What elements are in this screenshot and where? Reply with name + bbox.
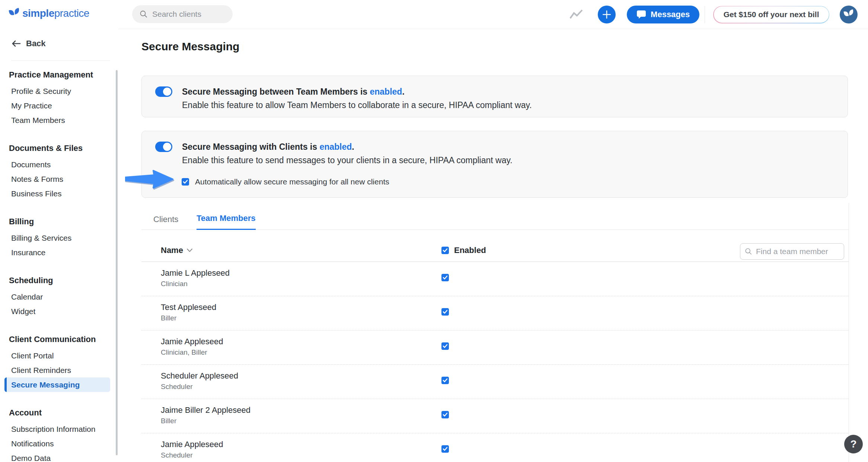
settings-nav: Practice ManagementProfile & SecurityMy …	[0, 67, 118, 462]
member-name: Test Appleseed	[161, 302, 216, 313]
check-icon	[443, 344, 448, 349]
member-name: Jamie Appleseed	[161, 439, 223, 450]
sidebar-item-my-practice[interactable]: My Practice	[0, 98, 118, 113]
enabled-header-label: Enabled	[454, 246, 486, 255]
secure-messaging-settings-page: simplepractice Back Practice ManagementP…	[0, 0, 868, 462]
back-button[interactable]: Back	[11, 39, 46, 48]
member-identity: Jamie AppleseedClinician, Biller	[161, 336, 223, 357]
sidebar-divider	[11, 60, 110, 61]
member-enabled-checkbox[interactable]	[441, 342, 449, 350]
auto-allow-label: Automatically allow secure messaging for…	[195, 177, 389, 186]
help-button[interactable]: ?	[844, 435, 863, 453]
sidebar-item-profile-security[interactable]: Profile & Security	[0, 84, 118, 98]
search-clients-field[interactable]	[152, 10, 223, 19]
search-icon	[140, 10, 148, 18]
trend-line-icon[interactable]	[569, 9, 583, 20]
member-enabled-checkbox[interactable]	[441, 445, 449, 453]
back-label: Back	[26, 39, 46, 48]
topbar: Messages Get $150 off your next bill	[118, 0, 868, 29]
search-clients-input[interactable]	[132, 5, 233, 23]
member-enabled-checkbox[interactable]	[441, 274, 449, 281]
sidebar-item-widget[interactable]: Widget	[0, 304, 118, 319]
member-role: Scheduler	[161, 382, 238, 392]
sidebar-item-business-files[interactable]: Business Files	[0, 186, 118, 201]
sidebar-section: AccountSubscription InformationNotificat…	[0, 405, 118, 462]
enabled-link[interactable]: enabled	[319, 142, 352, 152]
sidebar-item-secure-messaging[interactable]: Secure Messaging	[4, 377, 110, 392]
butterfly-logo-icon	[8, 7, 20, 19]
member-identity: Jamie L AppleseedClinician	[161, 268, 230, 289]
member-enabled-checkbox[interactable]	[441, 411, 449, 418]
sidebar-section-title: Billing	[0, 214, 118, 229]
sidebar-section-title: Account	[0, 405, 118, 420]
table-row: Scheduler AppleseedScheduler	[141, 365, 849, 399]
topbar-divider	[705, 6, 705, 23]
member-role: Clinician, Biller	[161, 348, 223, 357]
sidebar-section: Practice ManagementProfile & SecurityMy …	[0, 67, 118, 127]
sidebar-item-calendar[interactable]: Calendar	[0, 289, 118, 304]
member-identity: Jaime Biller 2 AppleseedBiller	[161, 405, 250, 426]
find-team-member-search[interactable]	[740, 243, 844, 260]
client-messaging-status: Secure Messaging with Clients is enabled…	[182, 140, 513, 154]
messages-button[interactable]: Messages	[627, 6, 699, 23]
sidebar-section: Documents & FilesDocumentsNotes & FormsB…	[0, 141, 118, 201]
enable-all-checkbox[interactable]	[441, 247, 449, 254]
sidebar-item-notes-forms[interactable]: Notes & Forms	[0, 172, 118, 186]
check-icon	[443, 309, 448, 314]
create-new-button[interactable]	[598, 6, 616, 23]
arrow-left-icon	[11, 40, 21, 47]
client-messaging-card: Secure Messaging with Clients is enabled…	[141, 131, 848, 198]
tab-team-members[interactable]: Team Members	[197, 213, 256, 230]
team-member-list: Jamie L AppleseedClinicianTest Appleseed…	[141, 262, 849, 462]
sidebar-item-client-reminders[interactable]: Client Reminders	[0, 363, 118, 377]
member-identity: Test AppleseedBiller	[161, 302, 216, 323]
sidebar-section-title: Scheduling	[0, 273, 118, 288]
settings-sidebar: simplepractice Back Practice ManagementP…	[0, 0, 118, 462]
sidebar-item-documents[interactable]: Documents	[0, 157, 118, 172]
find-team-member-field[interactable]	[740, 243, 844, 260]
check-icon	[443, 248, 448, 253]
team-messaging-card: Secure Messaging between Team Members is…	[141, 76, 848, 117]
search-icon	[745, 248, 752, 255]
client-messaging-toggle[interactable]	[155, 142, 172, 152]
team-messaging-status: Secure Messaging between Team Members is…	[182, 85, 532, 98]
member-name: Scheduler Appleseed	[161, 370, 238, 382]
team-messaging-toggle[interactable]	[155, 86, 172, 97]
enabled-link[interactable]: enabled	[370, 87, 402, 96]
auto-allow-checkbox[interactable]	[182, 178, 189, 186]
check-icon	[443, 412, 448, 417]
topbar-actions: Messages Get $150 off your next bill	[569, 0, 858, 29]
promo-label: Get $150 off your next bill	[714, 6, 829, 23]
page-title: Secure Messaging	[141, 40, 239, 53]
team-messaging-description: Enable this feature to allow Team Member…	[182, 98, 532, 112]
sidebar-item-notifications[interactable]: Notifications	[0, 436, 118, 451]
table-row: Jamie L AppleseedClinician	[141, 262, 849, 296]
name-column-header[interactable]: Name	[161, 238, 192, 262]
sidebar-item-client-portal[interactable]: Client Portal	[0, 348, 118, 363]
member-enabled-checkbox[interactable]	[441, 377, 449, 384]
plus-icon	[602, 10, 612, 19]
member-identity: Jamie AppleseedScheduler	[161, 439, 223, 460]
account-avatar[interactable]	[840, 6, 858, 23]
tab-clients[interactable]: Clients	[153, 215, 178, 230]
sidebar-scrollbar[interactable]	[116, 70, 118, 455]
sidebar-section-title: Practice Management	[0, 67, 118, 82]
check-icon	[443, 446, 448, 452]
member-enabled-checkbox[interactable]	[441, 308, 449, 316]
table-row: Test AppleseedBiller	[141, 296, 849, 330]
brand-name: simplepractice	[22, 7, 89, 19]
sidebar-item-billing-services[interactable]: Billing & Services	[0, 231, 118, 245]
sidebar-item-subscription-information[interactable]: Subscription Information	[0, 422, 118, 436]
promo-button[interactable]: Get $150 off your next bill	[713, 6, 829, 23]
sidebar-item-demo-data[interactable]: Demo Data	[0, 451, 118, 462]
table-row: Jaime Biller 2 AppleseedBiller	[141, 399, 849, 433]
sidebar-section-title: Documents & Files	[0, 141, 118, 155]
member-name: Jaime Biller 2 Appleseed	[161, 405, 250, 416]
messages-label: Messages	[651, 10, 690, 19]
member-name: Jamie Appleseed	[161, 336, 223, 347]
auto-allow-row: Automatically allow secure messaging for…	[182, 177, 389, 186]
brand-logo[interactable]: simplepractice	[8, 7, 89, 19]
sidebar-item-insurance[interactable]: Insurance	[0, 245, 118, 260]
sidebar-section: SchedulingCalendarWidget	[0, 273, 118, 319]
sidebar-item-team-members[interactable]: Team Members	[0, 113, 118, 127]
